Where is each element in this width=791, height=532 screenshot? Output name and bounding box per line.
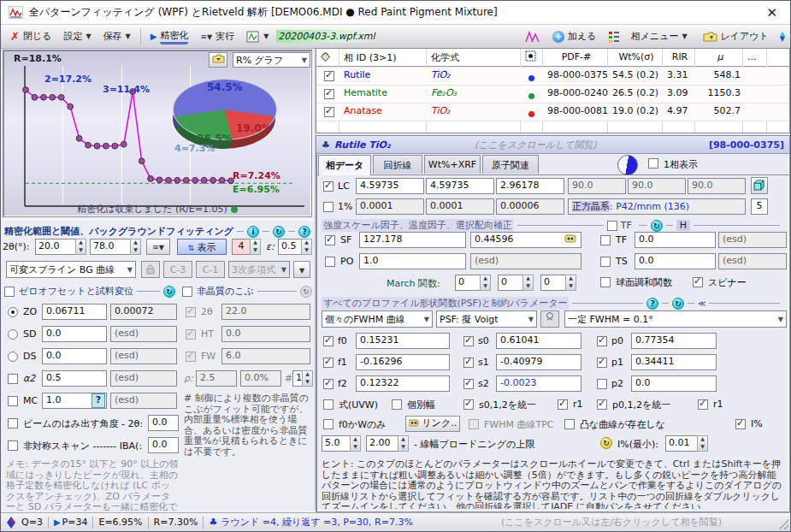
p2-checkbox[interactable]	[597, 379, 607, 392]
close-button[interactable]: ✕	[761, 5, 782, 21]
indiv-width-checkbox[interactable]	[392, 399, 402, 412]
zo-value-field[interactable]: 0.06711	[42, 304, 107, 320]
broad-min-spinner[interactable]: 5.0▲▼	[322, 435, 361, 452]
range-end-spinner[interactable]: 78.0▲▼	[90, 239, 141, 255]
spinner-checkbox[interactable]	[693, 277, 703, 290]
phase-list-icon[interactable]	[608, 31, 620, 43]
add-phase-button[interactable]: +加える	[548, 28, 601, 44]
po-value-field[interactable]: 1.0	[359, 253, 466, 269]
p0-field[interactable]: 0.77354	[631, 333, 717, 349]
sf-link-icon[interactable]	[564, 233, 576, 246]
resize-grip[interactable]	[778, 519, 788, 529]
mc-help-icon[interactable]: ?	[91, 393, 105, 408]
col-wt[interactable]: Wt%(σ)	[609, 49, 664, 65]
collapse-icon[interactable]: ≪	[698, 299, 705, 308]
beam-field[interactable]: 0.0	[148, 415, 179, 431]
asym-checkbox[interactable]	[8, 440, 18, 453]
amorphous-checkbox[interactable]	[182, 287, 192, 297]
tf-section-checkbox[interactable]	[607, 221, 617, 231]
info-icon[interactable]: i	[247, 226, 259, 238]
f2-checkbox[interactable]	[323, 379, 334, 392]
s2-checkbox[interactable]	[463, 379, 474, 392]
uvw-checkbox[interactable]	[323, 399, 334, 412]
settings-menu-button[interactable]: 設定▼	[59, 28, 95, 44]
half-pie-toggle-icon[interactable]	[617, 155, 638, 175]
asym-field[interactable]: 0.0	[148, 437, 179, 453]
bg-more-button[interactable]: ▼	[293, 261, 310, 278]
col-pdf[interactable]: PDF-#	[544, 49, 609, 65]
march-h-spinner[interactable]: 0▲▼	[455, 275, 491, 291]
lattice-b-field[interactable]: 4.59735	[426, 178, 494, 194]
col-formula[interactable]: 化学式	[428, 49, 522, 67]
f0-checkbox[interactable]	[323, 336, 334, 349]
phase-visible-checkbox[interactable]	[321, 86, 338, 104]
f1-checkbox[interactable]	[323, 358, 334, 370]
phase-visible-checkbox[interactable]	[321, 104, 338, 122]
layout-button[interactable]: レイアウト	[699, 28, 773, 44]
wpf-filename[interactable]: 20200403-3.wpf.xml	[276, 30, 381, 43]
unit-cell-cube-button[interactable]	[751, 177, 768, 194]
help-icon[interactable]: ?	[646, 298, 658, 310]
fwhm-mode-combo[interactable]: 個々のFWHM 曲線▼	[322, 310, 433, 328]
profile-view-button[interactable]	[540, 310, 559, 328]
help-icon[interactable]: ?	[298, 226, 310, 238]
reset-icon[interactable]: ↻	[600, 437, 612, 449]
phase-panel-header[interactable]: ♣ Rutile TiO₂ (ここをスクロールして閲覧) [98-000-037…	[316, 136, 789, 154]
tab-phase-data[interactable]: 相データ	[318, 155, 371, 175]
z-field[interactable]: 5	[751, 198, 768, 215]
psf-type-combo[interactable]: PSF: 擬 Voigt▼	[436, 310, 537, 328]
sf-value-field[interactable]: 127.178	[359, 232, 466, 248]
march-k-spinner[interactable]: 0▲▼	[498, 275, 534, 291]
esd-percent-checkbox[interactable]	[323, 202, 334, 215]
zero-offset-checkbox[interactable]	[4, 287, 15, 297]
sd-radio[interactable]	[8, 329, 18, 342]
zo-radio[interactable]	[8, 307, 18, 320]
sd-value-field[interactable]: 0.0	[42, 326, 107, 342]
table-row[interactable]: Anatase TiO₂ 98-000-0081 19.0 (0.2) 4.97…	[316, 103, 789, 121]
phase-menu-button[interactable]: 相メニュー▼	[627, 28, 692, 44]
p-r1-checkbox[interactable]	[698, 399, 708, 412]
s1-field[interactable]: -0.40979	[496, 354, 581, 370]
epsilon-spinner[interactable]: 0.5▲▼	[278, 239, 312, 255]
f2-field[interactable]: 0.12322	[356, 375, 450, 392]
tf-value-field[interactable]: 0.0	[635, 232, 716, 248]
s1-checkbox[interactable]	[463, 358, 474, 370]
alpha2-checkbox[interactable]	[8, 374, 18, 387]
lattice-a-field[interactable]: 4.59735	[356, 178, 424, 194]
table-row[interactable]: Hematite Fe₂O₃ 98-000-0240 26.5 (0.2) 3.…	[316, 85, 789, 103]
run-menu-button[interactable]: ≡▼実行	[196, 28, 239, 44]
alpha2-value-field[interactable]: 0.5	[42, 370, 107, 387]
s0-field[interactable]: 0.61041	[496, 333, 581, 349]
bg-curve-combo[interactable]: 可変スプライン BG 曲線▼	[6, 261, 136, 278]
hump-count-spinner[interactable]: 1▲▼	[292, 370, 313, 387]
ts-checkbox[interactable]	[600, 257, 611, 269]
f1-field[interactable]: -0.16296	[356, 354, 450, 370]
ipct-checkbox[interactable]	[735, 419, 746, 432]
col-phase-id[interactable]: 相 ID (3>1)	[340, 49, 426, 67]
tab-diffraction-lines[interactable]: 回折線	[373, 155, 422, 174]
p1-checkbox[interactable]	[597, 358, 607, 370]
col-rir[interactable]: RIR	[664, 49, 696, 65]
list-dropdown-button[interactable]: ≡▼	[146, 239, 170, 255]
tab-atoms[interactable]: 原子関連	[482, 155, 539, 174]
peak-profile-icon[interactable]	[524, 30, 541, 44]
p-unify-checkbox[interactable]	[597, 399, 607, 412]
link-button[interactable]: リンク..	[405, 416, 460, 432]
ts-value-field[interactable]: 0.0	[635, 253, 716, 269]
convex-checkbox[interactable]	[564, 419, 575, 432]
file-history-button[interactable]: ▼	[242, 29, 273, 44]
constant-fwhm-combo[interactable]: 一定 FWHM = 0.1°▼	[564, 310, 787, 328]
s-unify-checkbox[interactable]	[463, 399, 474, 412]
table-row[interactable]: Rutile TiO₂ 98-000-0375 54.5 (0.2) 3.31 …	[316, 67, 789, 85]
pane-swap-icon[interactable]: ▲▼	[780, 32, 785, 42]
tf-checkbox[interactable]	[600, 235, 611, 248]
s0-checkbox[interactable]	[463, 336, 474, 349]
ds-value-field[interactable]: 0.0	[42, 348, 107, 364]
march-l-spinner[interactable]: 0▲▼	[540, 275, 576, 291]
po-checkbox[interactable]	[325, 257, 335, 269]
one-phase-checkbox[interactable]	[648, 158, 658, 171]
display-button[interactable]: ⇅ 表示	[177, 239, 227, 255]
p2-field[interactable]: 0.0	[631, 375, 717, 392]
spherical-checkbox[interactable]	[600, 277, 611, 290]
h-button[interactable]: H	[676, 220, 690, 231]
